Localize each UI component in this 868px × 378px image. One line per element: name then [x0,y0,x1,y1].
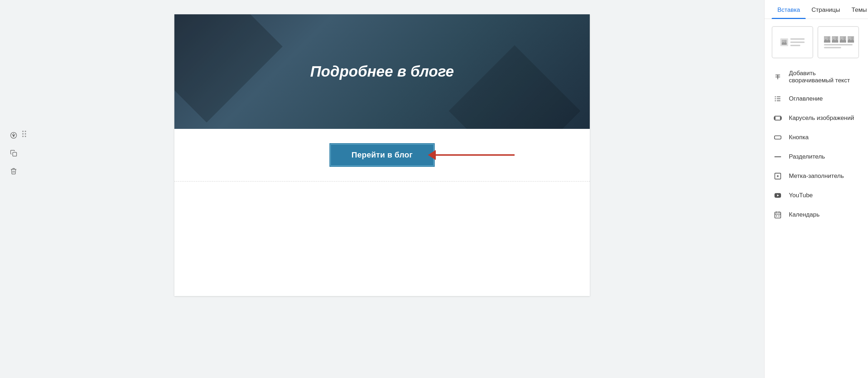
left-toolbar [7,129,20,178]
panel-tabs: Вставка Страницы Темы [765,0,868,19]
svg-point-3 [14,134,15,135]
arrow-head [428,150,436,160]
layout-line [790,42,805,43]
menu-label-carousel: Карусель изображений [789,115,854,122]
placeholder-icon [773,171,782,181]
page-canvas: Подробнее в блоге Перейти в блог [174,14,590,296]
divider-icon [773,152,782,161]
svg-point-2 [13,134,14,135]
menu-item-placeholder[interactable]: Метка-заполнитель [765,166,868,186]
youtube-icon [773,191,782,200]
menu-item-calendar[interactable]: Календарь [765,205,868,224]
menu-label-placeholder: Метка-заполнитель [789,173,844,180]
svg-rect-4 [13,152,17,156]
right-panel: Вставка Страницы Темы [764,0,868,378]
menu-label-collapsible: Добавить сворачиваемый текст [789,70,859,84]
button-block: Перейти в блог [174,129,590,181]
svg-rect-33 [775,212,781,218]
layout-line [790,38,805,40]
copy-icon[interactable] [7,147,20,160]
tab-pages[interactable]: Страницы [806,0,846,19]
svg-point-10 [835,37,838,39]
svg-rect-27 [775,136,781,139]
layout-multi-img [840,36,846,43]
svg-point-23 [775,100,776,101]
menu-label-divider: Разделитель [789,153,825,160]
menu-item-divider[interactable]: Разделитель [765,147,868,166]
arrow-annotation [436,154,515,156]
menu-item-youtube[interactable]: YouTube [765,186,868,205]
layout-multi-img [832,36,838,43]
tab-insert[interactable]: Вставка [772,0,806,19]
layout-options [765,19,868,62]
collapsible-icon [773,72,782,82]
svg-rect-24 [775,116,781,120]
tab-themes[interactable]: Темы [846,0,868,19]
layout-card-2[interactable] [818,26,859,58]
layout-multi-line-short [824,47,841,48]
go-blog-button[interactable]: Перейти в блог [329,143,435,167]
editor-area: Подробнее в блоге Перейти в блог [0,0,764,378]
layout-multi-row-1 [824,36,853,43]
arrow-line [436,154,515,156]
menu-item-carousel[interactable]: Карусель изображений [765,108,868,128]
layout-card-1[interactable] [772,26,813,58]
drag-handle[interactable] [22,131,26,137]
hero-title: Подробнее в блоге [310,63,454,80]
layout-line-short [790,45,800,46]
layout-img-placeholder-1 [780,38,788,46]
svg-point-14 [851,37,853,39]
delete-icon[interactable] [7,165,20,178]
toc-icon [773,94,782,103]
menu-label-calendar: Календарь [789,211,820,218]
svg-rect-37 [776,215,777,217]
svg-point-22 [775,98,776,100]
svg-point-12 [843,37,845,39]
menu-label-button: Кнопка [789,134,809,141]
layout-multi-img [824,36,830,43]
svg-point-8 [828,37,830,39]
svg-point-21 [775,96,776,97]
hero-section: Подробнее в блоге [174,14,590,129]
calendar-icon [773,210,782,219]
layout-lines-1 [790,38,805,46]
carousel-icon [773,113,782,123]
menu-item-button[interactable]: Кнопка [765,128,868,147]
empty-content-area [174,181,590,296]
palette-icon[interactable] [7,129,20,142]
svg-point-6 [785,40,786,42]
menu-item-collapsible[interactable]: Добавить сворачиваемый текст [765,65,868,89]
menu-label-youtube: YouTube [789,192,813,199]
menu-items: Добавить сворачиваемый текст Оглавление [765,62,868,227]
layout-multi [824,36,853,48]
button-icon [773,133,782,142]
svg-point-1 [12,134,13,135]
menu-label-toc: Оглавление [789,95,823,102]
menu-item-toc[interactable]: Оглавление [765,89,868,108]
layout-multi-line [824,44,853,45]
layout-multi-img [848,36,854,43]
svg-rect-38 [778,215,780,217]
